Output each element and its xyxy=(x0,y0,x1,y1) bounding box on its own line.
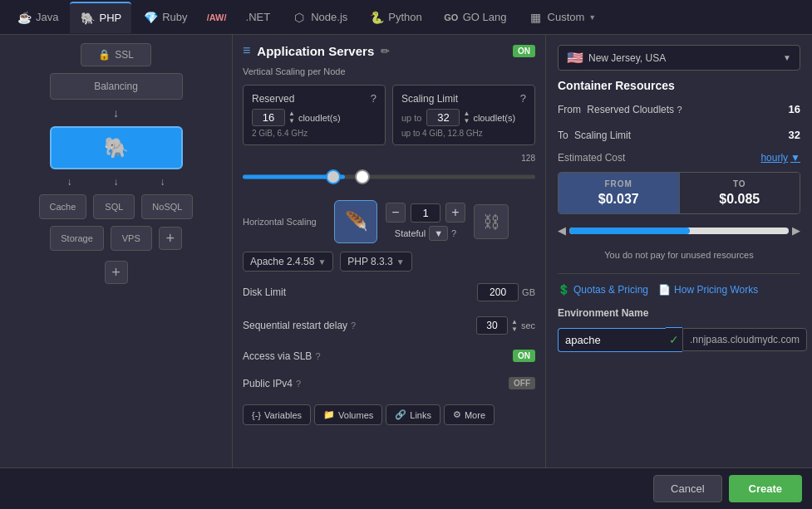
public-ipv4-help-icon[interactable]: ? xyxy=(296,379,301,389)
h-scale-minus-button[interactable]: − xyxy=(386,203,406,223)
reserved-value-input[interactable] xyxy=(252,109,285,126)
right-panel: 🇺🇸 New Jersey, USA ▼ Container Resources… xyxy=(546,35,812,467)
seq-restart-unit-label: sec xyxy=(521,321,535,330)
php-scaling-icon: 🪶 xyxy=(334,200,377,243)
custom-icon: ▦ xyxy=(529,10,544,25)
scaling-resources: up to 4 GiB, 12.8 GHz xyxy=(401,129,526,138)
h-scale-value-input[interactable] xyxy=(411,203,440,223)
slider-handle-right[interactable] xyxy=(355,169,370,184)
cache-button[interactable]: Cache xyxy=(39,194,87,219)
access-slb-help-icon[interactable]: ? xyxy=(315,351,320,361)
public-ipv4-toggle[interactable]: OFF xyxy=(509,377,535,389)
bar-right-arrow-icon[interactable]: ▶ xyxy=(792,224,800,237)
edit-icon[interactable]: ✏ xyxy=(381,45,390,57)
up-to-label: up to xyxy=(401,113,421,123)
create-button[interactable]: Create xyxy=(729,475,802,502)
php-node[interactable]: 🐘 xyxy=(50,126,183,169)
seq-restart-up-arrow[interactable]: ▲ xyxy=(511,319,518,325)
php-node-icon: 🐘 xyxy=(104,136,129,159)
reserved-up-arrow[interactable]: ▲ xyxy=(288,110,295,117)
scaling-limit-up-arrow[interactable]: ▲ xyxy=(463,110,470,117)
balancing-button[interactable]: Balancing xyxy=(50,73,183,100)
slider-container: 128 xyxy=(243,154,535,192)
custom-chevron-icon: ▼ xyxy=(588,13,596,22)
to-scaling-label: To Scaling Limit xyxy=(558,130,631,141)
seq-restart-value: ▲ ▼ sec xyxy=(476,316,535,335)
tab-nodejs[interactable]: ⬡ Node.js xyxy=(282,2,357,33)
stateful-help-icon[interactable]: ? xyxy=(451,228,456,238)
from-reserved-label: From Reserved Cloudlets ? xyxy=(558,104,682,115)
seq-restart-input[interactable] xyxy=(476,316,508,335)
add-layer-button[interactable]: + xyxy=(105,261,128,284)
disk-unit-label: GB xyxy=(522,287,535,297)
public-ipv4-label: Public IPv4 ? xyxy=(243,378,301,389)
resource-bar-fill xyxy=(569,228,690,234)
seq-restart-help-icon[interactable]: ? xyxy=(351,321,356,330)
scaling-limit-help-icon[interactable]: ? xyxy=(520,92,526,105)
arrow-left-icon: ↓ xyxy=(67,176,72,188)
seq-restart-down-arrow[interactable]: ▼ xyxy=(511,326,518,333)
tab-volumes[interactable]: 📁 Volumes xyxy=(314,404,382,425)
tab-links[interactable]: 🔗 Links xyxy=(386,404,440,425)
to-scaling-value: 32 xyxy=(789,129,800,141)
nosql-button[interactable]: NoSQL xyxy=(141,194,193,219)
scaling-limit-value-input[interactable] xyxy=(426,109,460,126)
unused-resources-notice: You do not pay for unused resources xyxy=(558,247,800,263)
tab-php[interactable]: 🐘 PHP xyxy=(70,2,131,33)
from-reserved-help-icon[interactable]: ? xyxy=(677,105,682,115)
slider-track-area[interactable] xyxy=(243,169,535,185)
how-pricing-works-link[interactable]: 📄 How Pricing Works xyxy=(658,284,758,296)
tab-aw[interactable]: /AW/ xyxy=(199,2,234,33)
h-scale-plus-button[interactable]: + xyxy=(445,203,465,223)
bar-left-arrow-icon[interactable]: ◀ xyxy=(558,224,566,237)
ssl-button[interactable]: 🔒 SSL xyxy=(81,43,151,66)
region-selector[interactable]: 🇺🇸 New Jersey, USA ▼ xyxy=(558,45,800,71)
scaling-limit-control: up to ▲ ▼ cloudlet(s) xyxy=(401,109,526,126)
sql-button[interactable]: SQL xyxy=(93,194,135,219)
access-slb-row: Access via SLB ? ON xyxy=(243,346,535,365)
add-node-button[interactable]: + xyxy=(159,227,182,250)
reserved-help-icon[interactable]: ? xyxy=(371,92,376,105)
main-content: 🔒 SSL Balancing ↓ 🐘 ↓ ↓ ↓ Cache SQL xyxy=(0,35,812,467)
divider xyxy=(558,273,800,274)
env-domain: .nnjpaas.cloudmydc.com xyxy=(682,328,807,351)
vps-button[interactable]: VPS xyxy=(111,226,152,251)
stateful-label: Stateful xyxy=(395,228,426,238)
ruby-icon: 💎 xyxy=(143,10,158,25)
php-select[interactable]: PHP 8.3.3 ▼ xyxy=(340,252,411,272)
arrow-center-icon: ↓ xyxy=(114,176,119,188)
stateful-dropdown-icon[interactable]: ▼ xyxy=(429,226,448,241)
disk-limit-input[interactable] xyxy=(477,283,519,301)
php-chevron-icon: ▼ xyxy=(396,257,405,267)
volumes-icon: 📁 xyxy=(323,409,335,420)
tab-more[interactable]: ⚙ More xyxy=(444,404,495,425)
quotas-pricing-link[interactable]: 💲 Quotas & Pricing xyxy=(558,284,648,296)
tab-golang[interactable]: GO GO Lang xyxy=(434,2,517,33)
tab-java[interactable]: ☕ Java xyxy=(7,2,68,33)
tab-net[interactable]: .NET xyxy=(236,2,281,33)
golang-icon: GO xyxy=(444,10,459,25)
python-icon: 🐍 xyxy=(369,10,384,25)
reserved-down-arrow[interactable]: ▼ xyxy=(288,118,295,125)
apache-select[interactable]: Apache 2.4.58 ▼ xyxy=(243,252,333,272)
tab-ruby[interactable]: 💎 Ruby xyxy=(133,2,197,33)
container-resources-title: Container Resources xyxy=(558,79,800,92)
tab-variables[interactable]: {-} Variables xyxy=(243,404,311,425)
variables-icon: {-} xyxy=(252,410,261,420)
slider-handle-left[interactable] xyxy=(326,169,341,184)
env-checkmark-icon: ✓ xyxy=(666,327,682,352)
cancel-button[interactable]: Cancel xyxy=(653,475,721,502)
tab-custom[interactable]: ▦ Custom ▼ xyxy=(519,2,607,33)
tab-python[interactable]: 🐍 Python xyxy=(359,2,431,33)
from-price-card: FROM $0.037 xyxy=(559,173,680,213)
slider-max-label: 128 xyxy=(521,154,535,163)
app-servers-header: ≡ Application Servers ✏ ON xyxy=(243,43,535,58)
access-slb-toggle[interactable]: ON xyxy=(513,350,535,362)
hourly-button[interactable]: hourly ▼ xyxy=(760,152,800,164)
to-price-value: $0.085 xyxy=(688,192,792,207)
env-name-input[interactable] xyxy=(558,328,666,352)
scaling-limit-header: Scaling Limit ? xyxy=(401,92,526,105)
storage-button[interactable]: Storage xyxy=(50,226,104,251)
resource-bar-track xyxy=(569,228,789,234)
scaling-limit-down-arrow[interactable]: ▼ xyxy=(463,118,470,125)
